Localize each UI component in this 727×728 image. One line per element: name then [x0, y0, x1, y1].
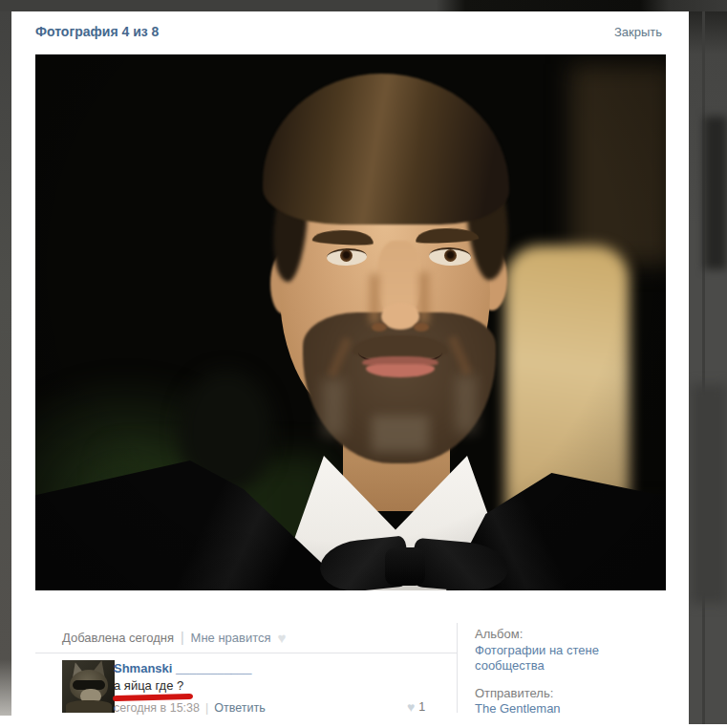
commenter-name-link[interactable]: Shmanski ___________ — [114, 661, 252, 675]
photo-viewer-modal: Фотография 4 из 8 Закрыть — [11, 11, 689, 728]
sender-label: Отправитель: — [475, 686, 642, 702]
comment-likes-button[interactable]: ♥1 — [407, 698, 425, 714]
comment-meta: сегодня в 15:38|Ответить — [114, 701, 266, 715]
comment-meta-divider: | — [205, 701, 208, 715]
album-link[interactable]: Фотографии на стене сообщества — [475, 643, 642, 674]
red-underline-annotation — [113, 694, 193, 701]
spacer — [475, 674, 642, 686]
overlay-dark-blob — [704, 117, 727, 269]
photo-vignette — [35, 54, 666, 590]
overlay-left-strip — [0, 11, 11, 716]
reply-link[interactable]: Ответить — [214, 701, 265, 715]
horizontal-divider — [35, 653, 457, 653]
photo[interactable] — [35, 54, 666, 590]
infobar-divider: | — [181, 630, 184, 645]
overlay-right-strip — [689, 11, 727, 724]
comment-heart-icon: ♥ — [407, 699, 415, 715]
comment-timestamp-link[interactable]: сегодня в 15:38 — [114, 701, 200, 715]
comment-like-count: 1 — [418, 700, 425, 714]
close-button[interactable]: Закрыть — [614, 25, 662, 39]
commenter-avatar[interactable] — [62, 660, 115, 713]
sender-link[interactable]: The Gentleman — [475, 701, 642, 717]
album-label: Альбом: — [475, 627, 642, 643]
like-link[interactable]: Мне нравится — [191, 631, 271, 645]
added-date-label: Добавлена сегодня — [62, 631, 174, 645]
photo-info-bar: Добавлена сегодня|Мне нравится♥ — [62, 629, 287, 645]
like-heart-icon[interactable]: ♥ — [278, 630, 287, 646]
photo-counter-title: Фотография 4 из 8 — [35, 24, 159, 39]
overlay-dark-blob — [691, 384, 727, 604]
overlay-top-strip — [0, 0, 727, 11]
comment-text: а яйца где ? — [114, 678, 183, 693]
photo-details-panel: Альбом: Фотографии на стене сообщества О… — [475, 627, 642, 717]
avatar-body — [66, 700, 112, 713]
column-divider — [457, 623, 458, 713]
